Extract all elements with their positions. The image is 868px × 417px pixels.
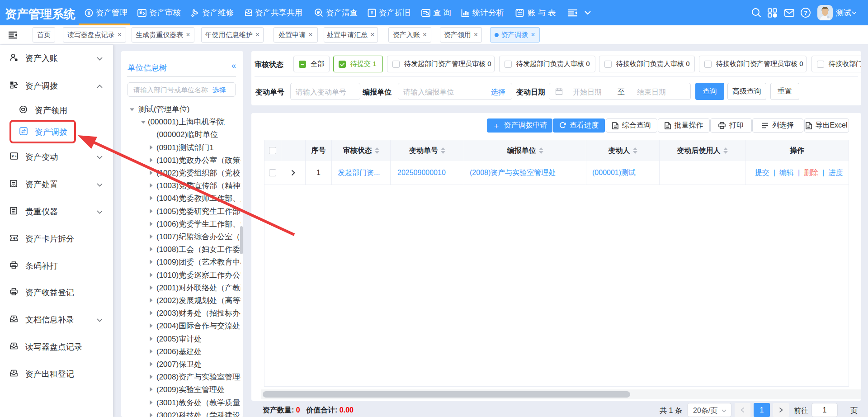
- svg-text:¥: ¥: [371, 10, 373, 15]
- svg-text:¥: ¥: [139, 10, 142, 15]
- svg-text:¥: ¥: [87, 10, 90, 15]
- svg-text:✱: ✱: [13, 237, 16, 241]
- svg-text:»: »: [15, 155, 17, 158]
- svg-text:¥: ¥: [12, 154, 14, 158]
- svg-text:?: ?: [804, 9, 807, 16]
